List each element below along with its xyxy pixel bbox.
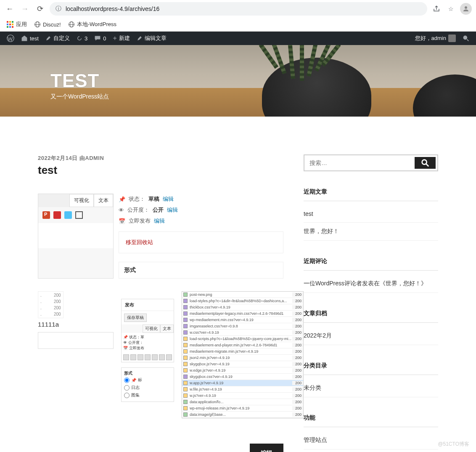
apps-button[interactable]: 应用 xyxy=(7,21,27,28)
tiny-table: .200.200.200.200 xyxy=(38,291,63,318)
star-icon[interactable]: ☆ xyxy=(446,4,456,14)
edit-post-button[interactable]: 编辑 xyxy=(250,444,283,452)
search-form xyxy=(304,154,438,171)
network-row[interactable]: w.app.js?ver=4.9.19200 xyxy=(182,380,303,386)
apps-icon xyxy=(7,21,13,28)
pin-icon: 📌 xyxy=(119,196,125,202)
tab-text[interactable]: 文本 xyxy=(94,194,113,207)
edit-schedule-link[interactable]: 编辑 xyxy=(154,217,165,225)
network-row[interactable]: imgareaselect.css?ver=0.9.8200 xyxy=(182,323,303,330)
mini-publish-box: 发布 保存草稿 可视化文本 📌 状态：草 👁 公开度： 📅 立即发布 xyxy=(121,299,174,362)
list-item[interactable]: 世界，您好！ xyxy=(304,223,438,241)
network-row[interactable]: load-scripts.php?c=1&load%5B%5D=jquery-c… xyxy=(182,336,303,342)
user-avatar-icon xyxy=(448,35,456,42)
bookmark-local-wp[interactable]: 本地-WordPress xyxy=(69,21,116,28)
svg-point-3 xyxy=(422,160,427,165)
widget-archives: 文章归档 2022年2月 xyxy=(304,310,438,345)
ppt-icon[interactable] xyxy=(42,211,50,219)
list-item[interactable]: 未分类 xyxy=(304,379,438,397)
ab-comments[interactable]: 0 xyxy=(91,32,109,45)
svg-point-2 xyxy=(463,36,467,39)
widget-recent-posts: 近期文章 test世界，您好！ xyxy=(304,188,438,241)
bookmark-discuz[interactable]: Discuz! xyxy=(34,21,61,28)
search-button[interactable] xyxy=(415,157,436,169)
format-title: 形式 xyxy=(119,262,283,279)
info-icon[interactable]: ⓘ xyxy=(56,5,61,13)
search-input[interactable] xyxy=(304,155,413,170)
widget-recent-comments: 近期评论 一位WordPress评论者发表在《世界，您好！》 xyxy=(304,258,438,293)
editor-screenshot: 可视化 文本 xyxy=(38,194,114,279)
list-item[interactable]: 2022年2月 xyxy=(304,327,438,345)
post-title: test xyxy=(38,164,283,177)
small-box xyxy=(38,332,114,349)
wp-admin-bar: test 自定义 3 0 +新建 编辑文章 您好，admin xyxy=(0,32,476,45)
network-row[interactable]: mediaelementplayer-legacy.min.css?ver=4.… xyxy=(182,311,303,317)
network-row[interactable]: data:image/gif;base...200 xyxy=(182,412,303,418)
network-row[interactable]: mediaelement-migrate.min.js?ver=4.9.1920… xyxy=(182,348,303,355)
network-row[interactable]: w.js?ver=4.9.19200 xyxy=(182,393,303,399)
address-bar[interactable]: ⓘ localhost/wordpress-4.9/archives/16 xyxy=(50,2,427,16)
network-row[interactable]: load-styles.php?c=1&dir=ltr&load%5B%5D=d… xyxy=(182,298,303,304)
move-to-trash[interactable]: 移至回收站 xyxy=(119,231,283,253)
back-button[interactable]: ← xyxy=(4,3,15,14)
post-author[interactable]: ADMIN xyxy=(85,155,104,161)
share-icon[interactable] xyxy=(431,4,442,14)
calendar-icon: 📅 xyxy=(119,218,125,224)
main-content: 2022年2月14日 由ADMIN test 可视化 文本 📌状态：草稿 编辑 xyxy=(38,154,283,452)
post-meta: 2022年2月14日 由ADMIN xyxy=(38,154,283,162)
site-title[interactable]: TEST xyxy=(50,70,109,91)
forward-button[interactable]: → xyxy=(19,3,30,14)
image-icon[interactable] xyxy=(64,211,72,219)
browser-toolbar: ← → ⟳ ⓘ localhost/wordpress-4.9/archives… xyxy=(0,0,476,18)
network-row[interactable]: json2.min.js?ver=4.9.19200 xyxy=(182,355,303,361)
network-row[interactable]: w.css?ver=4.9.19200 xyxy=(182,330,303,336)
site-tagline: 又一个WordPress站点 xyxy=(50,93,109,101)
url-text: localhost/wordpress-4.9/archives/16 xyxy=(66,5,421,12)
list-item[interactable]: test xyxy=(304,205,438,223)
network-row[interactable]: wp-mediaelement.min.css?ver=4.9.19200 xyxy=(182,317,303,323)
ab-updates[interactable]: 3 xyxy=(73,32,91,45)
ab-account[interactable]: 您好，admin xyxy=(412,32,459,45)
profile-avatar[interactable] xyxy=(460,3,472,15)
pdf-icon[interactable] xyxy=(53,211,61,219)
edit-visibility-link[interactable]: 编辑 xyxy=(167,206,178,214)
ab-site[interactable]: test xyxy=(18,32,42,45)
network-row[interactable]: post-new.png200 xyxy=(182,292,303,298)
widget-categories: 分类目录 未分类 xyxy=(304,362,438,397)
network-row[interactable]: skygqbox.css?ver=4.9.19200 xyxy=(182,374,303,380)
globe-icon xyxy=(69,21,74,27)
ab-new[interactable]: +新建 xyxy=(109,32,133,45)
tab-visual[interactable]: 可视化 xyxy=(69,194,94,207)
apps-label: 应用 xyxy=(16,21,27,28)
edit-status-link[interactable]: 编辑 xyxy=(163,195,174,203)
browser-chrome: ← → ⟳ ⓘ localhost/wordpress-4.9/archives… xyxy=(0,0,476,32)
globe-icon xyxy=(34,21,40,27)
eye-icon: 👁 xyxy=(119,207,124,213)
ab-search-icon[interactable] xyxy=(459,32,473,45)
save-draft-btn[interactable]: 保存草稿 xyxy=(124,314,147,322)
network-row[interactable]: w.file.js?ver=4.9.19200 xyxy=(182,386,303,393)
network-row[interactable]: data:application/fo...200 xyxy=(182,399,303,405)
reload-button[interactable]: ⟳ xyxy=(34,3,45,14)
network-row[interactable]: w.edge.js?ver=4.9.19200 xyxy=(182,367,303,374)
network-row[interactable]: wp-emoji-release.min.js?ver=4.9.19200 xyxy=(182,405,303,412)
network-row[interactable]: mediaelement-and-player.min.js?ver=4.2.6… xyxy=(182,342,303,348)
list-item[interactable]: 注销 xyxy=(304,449,438,452)
wp-logo[interactable] xyxy=(3,32,18,45)
network-row[interactable]: thickbox.css?ver=4.9.19200 xyxy=(182,304,303,311)
publish-box: 📌状态：草稿 编辑 👁公开度：公开 编辑 📅立即发布 编辑 移至回收站 形式 xyxy=(119,194,283,279)
watermark: @51CTO博客 xyxy=(438,441,469,448)
mini-format-box: 形式 📌标 日志 图集 xyxy=(121,367,174,402)
ab-edit[interactable]: 编辑文章 xyxy=(133,32,170,45)
ab-customize[interactable]: 自定义 xyxy=(42,32,73,45)
text-111: 11111a xyxy=(38,321,114,328)
svg-point-0 xyxy=(465,6,467,9)
widget-meta: 功能 管理站点注销 xyxy=(304,414,438,452)
list-item[interactable]: 管理站点 xyxy=(304,431,438,449)
network-panel: post-new.png200load-styles.php?c=1&dir=l… xyxy=(182,291,304,418)
site-header: TEST 又一个WordPress站点 xyxy=(0,45,476,117)
network-row[interactable]: skygqbox.js?ver=4.9.19200 xyxy=(182,361,303,367)
fullscreen-icon[interactable] xyxy=(75,211,83,219)
sidebar: 近期文章 test世界，您好！ 近期评论 一位WordPress评论者发表在《世… xyxy=(304,154,438,452)
comment-item[interactable]: 一位WordPress评论者发表在《世界，您好！》 xyxy=(304,275,438,293)
